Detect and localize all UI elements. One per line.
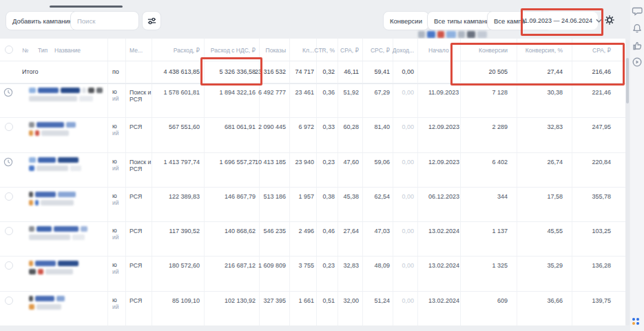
start-date-cell: 12.09.2023 xyxy=(428,123,459,130)
start-date-cell: 12.09.2023 xyxy=(428,159,459,166)
chat-button[interactable] xyxy=(632,6,643,17)
campaign-name-redacted[interactable] xyxy=(29,296,118,312)
campaign-types-label: Все типы кампаний xyxy=(434,17,493,25)
revenue-cell: 0,00 xyxy=(402,123,414,130)
ctr-cell: 0,23 xyxy=(322,262,335,269)
campaign-name-redacted[interactable] xyxy=(29,226,118,243)
revenue-cell: 0,00 xyxy=(402,89,414,96)
select-all-checkbox[interactable] xyxy=(5,46,13,54)
impressions-cell: 6 492 777 xyxy=(258,89,286,96)
column-header-spend[interactable]: Расход, ₽ xyxy=(174,47,200,54)
campaigns-dashboard: Добавить кампанию Конверсии Все типы кам… xyxy=(0,0,644,331)
clicks-cell: 23 461 xyxy=(295,89,314,96)
search-input[interactable] xyxy=(70,11,139,30)
column-header-clicks[interactable]: Кл... xyxy=(302,47,314,54)
placement-cell: РСЯ xyxy=(129,228,156,234)
column-header-impressions[interactable]: Показы xyxy=(266,47,286,54)
totals-spend-vat: 5 326 336,58 xyxy=(219,68,256,75)
bottom-strip xyxy=(0,325,625,331)
column-header-revenue[interactable]: Доход... xyxy=(393,47,414,54)
notifications-button[interactable] xyxy=(632,23,643,34)
row-checkbox[interactable] xyxy=(5,227,13,235)
likes-button[interactable] xyxy=(632,40,643,51)
status-fragment: ю xyxy=(112,192,119,199)
table-row: ю ий РСЯ 117 390,52 140 868,62 546 235 2… xyxy=(0,221,625,257)
table-row: ю ий РСЯ 567 551,60 681 061,91 2 090 445… xyxy=(0,117,625,152)
row-checkbox[interactable] xyxy=(5,261,13,270)
placement-cell: РСЯ xyxy=(129,193,156,200)
settings-button[interactable] xyxy=(604,14,615,26)
impressions-cell: 546 235 xyxy=(263,228,286,234)
play-circle-icon xyxy=(632,57,643,68)
conversions-cell: 609 xyxy=(497,297,508,304)
cpa-cell: 27,64 xyxy=(343,228,359,234)
totals-status-fragment: по xyxy=(112,68,119,75)
status-fragment: ю xyxy=(112,261,119,268)
ctr-cell: 0,38 xyxy=(322,193,335,200)
row-checkbox[interactable] xyxy=(5,123,13,131)
column-header-conversions[interactable]: Конверсии xyxy=(479,47,508,54)
campaign-name-redacted[interactable] xyxy=(29,261,118,277)
cpa2-cell: 247,95 xyxy=(592,123,611,130)
campaigns-table: № Тип Название Ме... Расход, ₽ Расход с … xyxy=(0,39,625,325)
table-header-row: № Тип Название Ме... Расход, ₽ Расход с … xyxy=(0,39,625,61)
column-header-spend-vat[interactable]: Расход с НДС, ₽ xyxy=(211,47,256,54)
revenue-cell: 0,00 xyxy=(402,262,414,269)
conv-rate-cell: 32,83 xyxy=(547,123,563,130)
clicks-cell: 6 972 xyxy=(298,123,314,130)
ctr-cell: 0,46 xyxy=(322,228,335,234)
column-header-type[interactable]: Тип xyxy=(38,47,48,54)
column-header-conv-rate[interactable]: Конверсия, % xyxy=(526,47,563,54)
walkthrough-button[interactable] xyxy=(632,57,643,68)
status-fragment-secondary: ий xyxy=(112,130,119,137)
vertical-scrollbar-thumb[interactable] xyxy=(626,58,629,103)
date-range-dropdown[interactable]: 01.09.2023 — 24.06.2024 xyxy=(525,12,598,30)
cpa2-cell: 136,28 xyxy=(592,262,611,269)
filter-button[interactable] xyxy=(142,11,161,30)
add-campaign-button[interactable]: Добавить кампанию xyxy=(6,11,81,30)
campaign-name-redacted[interactable] xyxy=(29,88,118,104)
spend-vat-cell: 681 061,91 xyxy=(225,123,256,130)
chat-icon xyxy=(632,6,643,17)
pending-clock-icon xyxy=(3,157,13,167)
row-checkbox[interactable] xyxy=(5,192,13,201)
column-header-start[interactable]: Начало xyxy=(428,47,449,54)
ctr-cell: 0,51 xyxy=(322,297,335,304)
placement-cell: РСЯ xyxy=(129,262,156,269)
totals-ctr: 0,32 xyxy=(322,68,335,75)
table-row: ю ий Поиск и РСЯ 1 413 797,74 1 696 557,… xyxy=(0,152,625,188)
campaign-name-redacted[interactable] xyxy=(29,122,118,139)
conv-rate-cell: 30,38 xyxy=(547,89,563,96)
status-fragment: ю xyxy=(112,158,119,165)
spend-cell: 180 572,60 xyxy=(169,262,200,269)
column-header-cpc[interactable]: CPC, ₽ xyxy=(371,47,390,54)
clicks-cell: 2 496 xyxy=(298,228,314,234)
ctr-cell: 0,33 xyxy=(322,123,335,130)
campaign-name-redacted[interactable] xyxy=(29,157,118,174)
status-fragment-secondary: ий xyxy=(112,234,119,241)
column-header-placement[interactable]: Ме... xyxy=(129,47,143,54)
conversions-cell: 344 xyxy=(497,193,508,200)
cpa-cell: 51,92 xyxy=(343,89,359,96)
start-date-cell: 11.09.2023 xyxy=(428,89,459,96)
row-checkbox[interactable] xyxy=(5,297,13,305)
ctr-cell: 0,36 xyxy=(322,89,335,96)
revenue-cell: 0,00 xyxy=(402,159,414,166)
spend-vat-cell: 216 687,12 xyxy=(225,262,256,269)
column-header-num[interactable]: № xyxy=(22,47,28,54)
placement-cell: Поиск и РСЯ xyxy=(129,159,156,173)
campaign-name-redacted[interactable] xyxy=(29,192,118,208)
column-header-name[interactable]: Название xyxy=(54,47,81,54)
cpa-cell: 32,83 xyxy=(343,262,359,269)
cpc-cell: 48,09 xyxy=(374,262,390,269)
column-header-cpa2[interactable]: CPA, ₽ xyxy=(592,47,611,54)
column-header-cpa[interactable]: CPA, ₽ xyxy=(340,47,359,54)
conv-rate-cell: 45,55 xyxy=(547,228,563,234)
cpa-cell: 60,28 xyxy=(343,123,359,130)
thumb-up-icon xyxy=(632,40,643,51)
totals-revenue: 0,00 xyxy=(402,68,414,75)
column-header-ctr[interactable]: CTR, % xyxy=(314,47,335,54)
conversions-button[interactable]: Конверсии xyxy=(383,11,429,30)
totals-row: Итого по 4 438 613,85 5 326 336,58 23 31… xyxy=(0,61,625,84)
table-row: ю ий Поиск и РСЯ 1 578 601,81 1 894 322,… xyxy=(0,83,625,118)
